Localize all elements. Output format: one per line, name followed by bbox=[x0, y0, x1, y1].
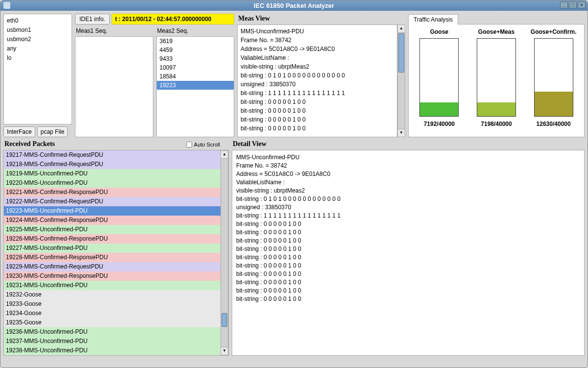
meas-view-title: Meas View bbox=[237, 14, 405, 25]
scroll-down-icon[interactable]: ▼ bbox=[221, 347, 228, 355]
packet-row[interactable]: 19236-MMS-Unconfirmed-PDU bbox=[4, 327, 220, 337]
detail-view-title: Detail View bbox=[232, 139, 585, 150]
meas-line: unsigned : 33850370 bbox=[241, 80, 394, 89]
packet-row[interactable]: 19226-MMS-Confirmed-ResponsePDU bbox=[4, 234, 220, 244]
traffic-bar-label: 7198/40000 bbox=[481, 121, 512, 127]
traffic-panel: Traffic Analysis Goose7192/40000Goose+Me… bbox=[408, 14, 585, 137]
received-packets-panel: Received Packets Auto Scroll 19217-MMS-C… bbox=[3, 139, 229, 356]
packet-row[interactable]: 19223-MMS-Unconfirmed-PDU bbox=[4, 206, 220, 216]
detail-line: bit-string : 1 1 1 1 1 1 1 1 1 1 1 1 1 1… bbox=[236, 212, 580, 220]
packet-row[interactable]: 19235-Goose bbox=[4, 318, 220, 327]
scroll-up-icon[interactable]: ▲ bbox=[398, 25, 405, 33]
meas-view-text[interactable]: MMS-Unconfirmed-PDUFrame No. = 38742Addr… bbox=[237, 25, 397, 137]
packet-row[interactable]: 19218-MMS-Confirmed-RequestPDU bbox=[4, 160, 220, 169]
traffic-bar: Goose+Confirm.12630/40000 bbox=[527, 28, 581, 133]
received-packets-title: Received Packets bbox=[3, 139, 186, 150]
meas-line: MMS-Unconfirmed-PDU bbox=[241, 27, 394, 36]
packet-row[interactable]: 19224-MMS-Confirmed-ResponsePDU bbox=[4, 216, 220, 225]
packet-row[interactable]: 19237-MMS-Unconfirmed-PDU bbox=[4, 337, 220, 346]
interface-button[interactable]: InterFace bbox=[3, 126, 35, 137]
meas2-item[interactable]: 3619 bbox=[157, 37, 234, 46]
detail-line: Frame No. = 38742 bbox=[236, 162, 580, 170]
scroll-up-icon[interactable]: ▲ bbox=[221, 151, 228, 159]
received-scrollbar[interactable]: ▲ ▼ bbox=[220, 150, 228, 355]
titlebar[interactable]: IEC 61850 Packet Analyzer _ □ × bbox=[0, 0, 588, 11]
packet-row[interactable]: 19222-MMS-Confirmed-RequestPDU bbox=[4, 197, 220, 206]
packet-row[interactable]: 19217-MMS-Confirmed-RequestPDU bbox=[4, 150, 220, 160]
interface-item[interactable]: any bbox=[7, 44, 69, 53]
traffic-bar-label: 12630/40000 bbox=[537, 121, 571, 127]
packet-row[interactable]: 19231-MMS-Unconfirmed-PDU bbox=[4, 281, 220, 290]
meas2-item[interactable]: 10097 bbox=[157, 63, 234, 72]
detail-view-text[interactable]: MMS-Unconfirmed-PDUFrame No. = 38742Addr… bbox=[232, 150, 585, 356]
meas2-seq-list[interactable]: 361944599433100971858419223 bbox=[156, 36, 235, 137]
meas1-seq-label: Meas1 Seq. bbox=[75, 26, 153, 36]
close-button[interactable]: × bbox=[578, 1, 586, 8]
packet-row[interactable]: 19228-MMS-Confirmed-ResponsePDU bbox=[4, 253, 220, 262]
ide-panel: IDE1 info. t : 2011/00/12 - 02:44:57.000… bbox=[75, 14, 234, 137]
auto-scroll-toggle[interactable]: Auto Scroll bbox=[186, 142, 220, 147]
interface-item[interactable]: usbmon2 bbox=[7, 35, 69, 44]
traffic-bar: Goose7192/40000 bbox=[412, 28, 466, 133]
interface-list[interactable]: eth0usbmon1usbmon2anylo bbox=[3, 14, 72, 124]
traffic-bar-title: Goose+Confirm. bbox=[531, 28, 577, 35]
detail-line: bit-string : 0 0 0 0 0 1 0 0 bbox=[236, 237, 580, 245]
packet-row[interactable]: 19232-Goose bbox=[4, 290, 220, 299]
meas1-seq-list[interactable] bbox=[75, 36, 153, 137]
meas2-item[interactable]: 19223 bbox=[157, 81, 234, 90]
interface-panel: eth0usbmon1usbmon2anylo InterFace pcap F… bbox=[3, 14, 72, 137]
packet-row[interactable]: 19229-MMS-Confirmed-RequestPDU bbox=[4, 262, 220, 271]
ide-info-tab[interactable]: IDE1 info. bbox=[75, 14, 110, 25]
packet-row[interactable]: 19220-MMS-Unconfirmed-PDU bbox=[4, 178, 220, 188]
meas-line: bit-string : 0 0 0 0 0 1 0 0 bbox=[241, 106, 394, 115]
scroll-thumb[interactable] bbox=[221, 313, 227, 327]
detail-line: bit-string : 0 0 0 0 0 1 0 0 bbox=[236, 245, 580, 253]
received-packets-list[interactable]: 19217-MMS-Confirmed-RequestPDU19218-MMS-… bbox=[4, 150, 220, 355]
meas-line: ValiableListName : bbox=[241, 53, 394, 62]
packet-row[interactable]: 19234-Goose bbox=[4, 309, 220, 318]
detail-line: bit-string : 0 0 0 0 0 1 0 0 bbox=[236, 228, 580, 237]
maximize-button[interactable]: □ bbox=[569, 1, 577, 8]
traffic-bar-fill bbox=[420, 102, 458, 116]
detail-line: bit-string : 0 0 0 0 0 1 0 0 bbox=[236, 220, 580, 228]
app-window: IEC 61850 Packet Analyzer _ □ × eth0usbm… bbox=[0, 0, 588, 368]
detail-line: bit-string : 0 1 0 1 0 0 0 0 0 0 0 0 0 0… bbox=[236, 195, 580, 203]
interface-item[interactable]: eth0 bbox=[7, 16, 69, 25]
packet-row[interactable]: 19221-MMS-Confirmed-ResponsePDU bbox=[4, 188, 220, 197]
scroll-thumb[interactable] bbox=[398, 33, 404, 73]
traffic-bar-fill bbox=[535, 92, 573, 116]
detail-view-panel: Detail View MMS-Unconfirmed-PDUFrame No.… bbox=[232, 139, 585, 356]
pcap-file-button[interactable]: pcap File bbox=[37, 126, 68, 137]
traffic-bar-fill bbox=[477, 102, 515, 116]
scroll-down-icon[interactable]: ▼ bbox=[398, 129, 405, 137]
traffic-bar-title: Goose bbox=[430, 28, 448, 35]
detail-line: Address = 5C01A8C0 -> 9E01A8C0 bbox=[236, 170, 580, 178]
interface-item[interactable]: lo bbox=[7, 53, 69, 63]
meas-line: bit-string : 0 1 0 1 0 0 0 0 0 0 0 0 0 0… bbox=[241, 71, 394, 80]
interface-item[interactable]: usbmon1 bbox=[7, 25, 69, 35]
meas-line: bit-string : 1 1 1 1 1 1 1 1 1 1 1 1 1 1… bbox=[241, 89, 394, 98]
minimize-button[interactable]: _ bbox=[560, 1, 568, 8]
packet-row[interactable]: 19219-MMS-Unconfirmed-PDU bbox=[4, 169, 220, 178]
meas2-item[interactable]: 18584 bbox=[157, 72, 234, 81]
traffic-analysis-tab[interactable]: Traffic Analysis bbox=[408, 14, 458, 25]
detail-line: ValiableListName : bbox=[236, 178, 580, 187]
packet-row[interactable]: 19230-MMS-Confirmed-ResponsePDU bbox=[4, 271, 220, 281]
packet-row[interactable]: 19225-MMS-Unconfirmed-PDU bbox=[4, 225, 220, 234]
meas-line: Address = 5C01A8C0 -> 9E01A8C0 bbox=[241, 45, 394, 53]
packet-row[interactable]: 19238-MMS-Unconfirmed-PDU bbox=[4, 346, 220, 355]
window-title: IEC 61850 Packet Analyzer bbox=[254, 2, 334, 9]
meas-view-panel: Meas View MMS-Unconfirmed-PDUFrame No. =… bbox=[237, 14, 405, 137]
meas-scrollbar[interactable]: ▲ ▼ bbox=[397, 25, 405, 137]
packet-row[interactable]: 19233-Goose bbox=[4, 299, 220, 309]
detail-line: bit-string : 0 0 0 0 0 1 0 0 bbox=[236, 287, 580, 295]
detail-line: bit-string : 0 0 0 0 0 1 0 0 bbox=[236, 278, 580, 287]
meas-line: bit-string : 0 0 0 0 0 1 0 0 bbox=[241, 115, 394, 124]
detail-line: bit-string : 0 0 0 0 0 1 0 0 bbox=[236, 295, 580, 303]
traffic-bar-label: 7192/40000 bbox=[424, 121, 455, 127]
meas2-item[interactable]: 9433 bbox=[157, 54, 234, 63]
meas2-item[interactable]: 4459 bbox=[157, 46, 234, 54]
auto-scroll-checkbox[interactable] bbox=[186, 142, 192, 147]
packet-row[interactable]: 19227-MMS-Unconfirmed-PDU bbox=[4, 244, 220, 253]
detail-line: bit-string : 0 0 0 0 0 1 0 0 bbox=[236, 253, 580, 262]
